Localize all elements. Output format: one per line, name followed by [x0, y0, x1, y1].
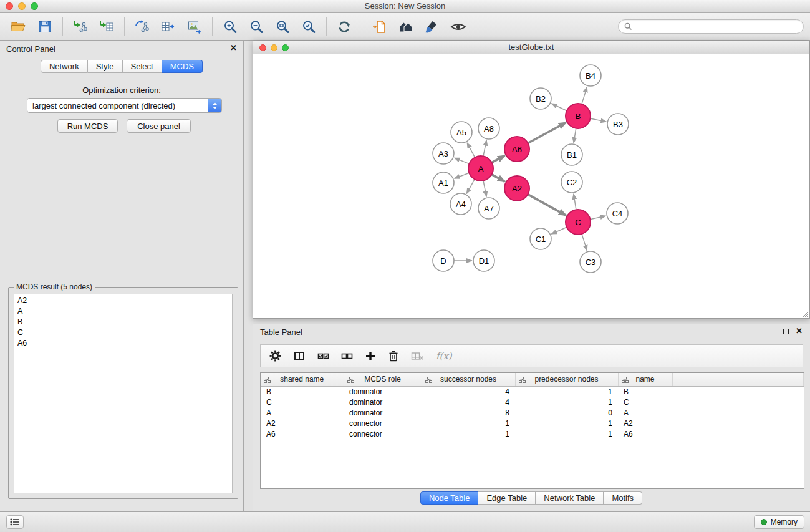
- table-row[interactable]: A6connector11A6: [261, 428, 804, 439]
- export-image-button[interactable]: [182, 16, 207, 37]
- eye-button[interactable]: [446, 16, 471, 37]
- tab-motifs[interactable]: Motifs: [604, 491, 642, 505]
- brush-button[interactable]: [420, 16, 445, 37]
- deselect-all-button[interactable]: [341, 347, 353, 365]
- mcds-result-item[interactable]: B: [14, 317, 232, 327]
- graph-edge-A-A5[interactable]: [467, 143, 475, 158]
- select-all-button[interactable]: [317, 347, 329, 365]
- close-panel-icon[interactable]: ✕: [230, 45, 237, 51]
- tab-select[interactable]: Select: [123, 60, 162, 73]
- graph-edge-A-A4[interactable]: [466, 179, 475, 193]
- graph-edge-A6-B[interactable]: [528, 123, 566, 143]
- graph-node-A4[interactable]: A4: [450, 193, 471, 215]
- column-header-successor-nodes[interactable]: successor nodes: [422, 373, 515, 386]
- graph-edge-A-A6[interactable]: [492, 155, 505, 162]
- document-button[interactable]: [367, 16, 392, 37]
- graph-edge-A-A7[interactable]: [483, 181, 486, 197]
- graph-node-A7[interactable]: A7: [478, 198, 499, 219]
- export-network-button[interactable]: [130, 16, 155, 37]
- column-header-predecessor-nodes[interactable]: predecessor nodes: [515, 373, 618, 386]
- mcds-result-item[interactable]: A6: [14, 338, 232, 349]
- memory-button[interactable]: Memory: [754, 515, 804, 529]
- mcds-result-item[interactable]: A: [14, 306, 232, 317]
- table-row[interactable]: A2connector11A2: [261, 418, 804, 428]
- houses-button[interactable]: [393, 16, 418, 37]
- graph-node-A8[interactable]: A8: [478, 118, 499, 139]
- float-table-panel-icon[interactable]: [783, 329, 789, 334]
- zoom-out-button[interactable]: [244, 16, 269, 37]
- graph-node-B4[interactable]: B4: [580, 65, 601, 86]
- graph-node-C2[interactable]: C2: [561, 172, 582, 193]
- zoom-in-button[interactable]: [218, 16, 243, 37]
- graph-edge-C-C4[interactable]: [591, 216, 606, 220]
- zoom-network-window-button[interactable]: [282, 44, 289, 51]
- graph-edge-C-C3[interactable]: [582, 234, 587, 251]
- search-field[interactable]: [618, 19, 804, 34]
- graph-edge-B-B1[interactable]: [574, 128, 576, 143]
- table-row[interactable]: Cdominator41C: [261, 397, 804, 407]
- search-input[interactable]: [635, 22, 798, 31]
- delete-column-button[interactable]: [388, 347, 399, 365]
- graph-node-A1[interactable]: A1: [433, 172, 454, 193]
- mcds-result-list[interactable]: A2ABCA6: [14, 294, 233, 493]
- run-mcds-button[interactable]: Run MCDS: [57, 119, 118, 133]
- graph-node-A2[interactable]: A2: [504, 176, 529, 201]
- graph-node-C[interactable]: C: [566, 210, 591, 235]
- mcds-result-item[interactable]: C: [14, 327, 232, 338]
- graph-edge-A-A2[interactable]: [492, 175, 505, 182]
- create-column-button[interactable]: [365, 347, 376, 365]
- network-canvas[interactable]: B4B2BB3A5A8A6B1A3AC2A1A2A4A7C4CC1C3DD1: [253, 54, 809, 318]
- graph-edge-A-A3[interactable]: [455, 158, 470, 164]
- graph-node-B1[interactable]: B1: [561, 144, 582, 165]
- save-session-button[interactable]: [32, 16, 57, 37]
- minimize-window-button[interactable]: [18, 2, 26, 10]
- close-window-button[interactable]: [6, 2, 13, 10]
- float-panel-icon[interactable]: [218, 46, 223, 51]
- zoom-selected-button[interactable]: [296, 16, 321, 37]
- graph-edge-C-C2[interactable]: [574, 194, 576, 210]
- graph-edge-A2-C[interactable]: [528, 195, 566, 216]
- graph-edge-B-B2[interactable]: [551, 104, 567, 111]
- graph-node-A[interactable]: A: [468, 156, 493, 181]
- minimize-network-window-button[interactable]: [271, 44, 277, 51]
- export-table-button[interactable]: [156, 16, 181, 37]
- graph-edge-C-C1[interactable]: [551, 227, 567, 234]
- tab-network-table[interactable]: Network Table: [536, 491, 604, 505]
- delete-table-button[interactable]: [411, 347, 424, 365]
- graph-node-D1[interactable]: D1: [473, 250, 494, 271]
- import-network-button[interactable]: [68, 16, 93, 37]
- criterion-dropdown[interactable]: largest connected component (directed): [27, 98, 222, 113]
- refresh-button[interactable]: [332, 16, 357, 37]
- graph-node-C3[interactable]: C3: [580, 251, 601, 273]
- task-history-button[interactable]: [6, 515, 24, 529]
- graph-node-C1[interactable]: C1: [530, 228, 551, 249]
- import-table-button[interactable]: [94, 16, 119, 37]
- show-columns-button[interactable]: [293, 347, 306, 365]
- graph-node-D[interactable]: D: [433, 250, 454, 271]
- close-panel-button[interactable]: Close panel: [127, 119, 191, 133]
- graph-edge-A-A8[interactable]: [483, 140, 486, 157]
- tab-mcds[interactable]: MCDS: [162, 60, 203, 73]
- graph-node-B[interactable]: B: [566, 104, 591, 128]
- graph-node-C4[interactable]: C4: [607, 203, 628, 224]
- graph-node-A3[interactable]: A3: [433, 143, 454, 164]
- open-session-button[interactable]: [6, 16, 31, 37]
- tab-edge-table[interactable]: Edge Table: [478, 491, 536, 505]
- tab-network[interactable]: Network: [41, 60, 88, 73]
- graph-edge-B-B3[interactable]: [591, 118, 607, 122]
- tab-style[interactable]: Style: [88, 60, 123, 73]
- zoom-fit-button[interactable]: [270, 16, 295, 37]
- function-builder-button[interactable]: f(x): [436, 347, 452, 365]
- table-row[interactable]: Adominator80A: [261, 407, 804, 418]
- mcds-result-item[interactable]: A2: [14, 296, 232, 306]
- graph-node-A6[interactable]: A6: [504, 137, 529, 162]
- graph-node-B3[interactable]: B3: [607, 114, 629, 135]
- graph-edge-A-A1[interactable]: [455, 173, 470, 178]
- graph-edge-B-B4[interactable]: [582, 87, 587, 104]
- column-header-shared-name[interactable]: shared name: [261, 373, 344, 386]
- zoom-window-button[interactable]: [31, 2, 38, 10]
- close-network-window-button[interactable]: [259, 44, 266, 51]
- graph-node-A5[interactable]: A5: [451, 122, 472, 143]
- column-header-MCDS-role[interactable]: MCDS role: [344, 373, 422, 386]
- table-settings-button[interactable]: [269, 347, 281, 365]
